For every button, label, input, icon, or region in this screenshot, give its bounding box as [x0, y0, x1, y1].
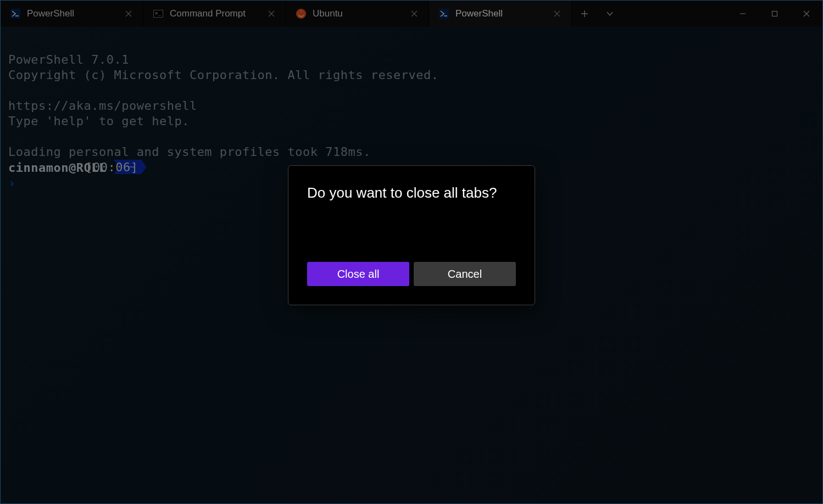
- dialog-title: Do you want to close all tabs?: [307, 184, 516, 201]
- cancel-button[interactable]: Cancel: [414, 262, 516, 286]
- close-tabs-dialog: Do you want to close all tabs? Close all…: [288, 165, 535, 305]
- close-all-button[interactable]: Close all: [307, 262, 409, 286]
- dialog-button-row: Close all Cancel: [307, 262, 516, 286]
- dialog-backdrop[interactable]: Do you want to close all tabs? Close all…: [1, 1, 822, 503]
